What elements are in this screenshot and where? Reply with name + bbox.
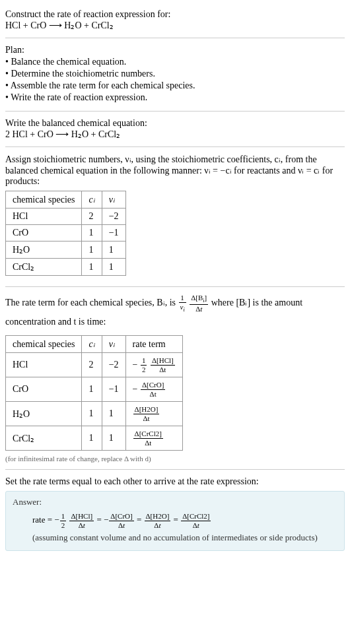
divider bbox=[5, 286, 345, 287]
cell-v: 1 bbox=[102, 259, 125, 276]
cell-species: CrCl₂ bbox=[6, 426, 82, 451]
coef-frac: 12 bbox=[141, 357, 147, 373]
cell-c: 1 bbox=[82, 377, 102, 402]
cell-species: CrO bbox=[6, 225, 82, 242]
plan-item: • Balance the chemical equation. bbox=[5, 57, 345, 67]
col-rate: rate term bbox=[125, 336, 182, 353]
rateterm-table: chemical species cᵢ νᵢ rate term HCl 2 −… bbox=[5, 335, 183, 451]
coef-frac: 12 bbox=[60, 513, 67, 529]
stoich-intro: Assign stoichiometric numbers, νᵢ, using… bbox=[5, 154, 345, 187]
rateterm-note: (for infinitesimal rate of change, repla… bbox=[5, 455, 345, 463]
cell-rate: − Δ[CrO]Δt bbox=[125, 377, 182, 402]
balanced-title: Write the balanced chemical equation: bbox=[5, 118, 345, 129]
rateterm-intro: The rate term for each chemical species,… bbox=[5, 294, 345, 331]
rate-prefix: rate = bbox=[32, 515, 54, 525]
cell-c: 1 bbox=[82, 225, 102, 242]
final-intro: Set the rate terms equal to each other t… bbox=[5, 476, 345, 487]
table-header-row: chemical species cᵢ νᵢ rate term bbox=[6, 336, 183, 353]
divider bbox=[5, 38, 345, 38]
rate-frac: Δ[CrO]Δt bbox=[141, 381, 165, 398]
answer-box: Answer: rate = −12 Δ[HCl]Δt = −Δ[CrO]Δt … bbox=[5, 491, 345, 551]
rate-frac: Δ[HCl]Δt bbox=[69, 513, 94, 529]
cell-v: −1 bbox=[102, 377, 125, 402]
answer-label: Answer: bbox=[13, 497, 337, 507]
table-header-row: chemical species cᵢ νᵢ bbox=[6, 191, 126, 209]
cell-c: 2 bbox=[82, 353, 102, 377]
rate-expression: rate = −12 Δ[HCl]Δt = −Δ[CrO]Δt = Δ[H2O]… bbox=[13, 511, 337, 529]
table-row: HCl2−2 bbox=[6, 209, 126, 225]
plan-item-text: Balance the chemical equation. bbox=[11, 57, 126, 67]
plan-item-text: Assemble the rate term for each chemical… bbox=[11, 80, 195, 90]
plan-section: Plan: • Balance the chemical equation. •… bbox=[5, 41, 345, 108]
rate-frac: Δ[CrCl2]Δt bbox=[181, 513, 211, 529]
divider bbox=[5, 146, 345, 147]
stoich-section: Assign stoichiometric numbers, νᵢ, using… bbox=[5, 150, 345, 284]
balanced-equation: 2 HCl + CrO ⟶ H₂O + CrCl₂ bbox=[5, 129, 345, 140]
cell-v: −2 bbox=[102, 353, 125, 377]
col-ci-text: cᵢ bbox=[88, 339, 94, 349]
rateterm-section: The rate term for each chemical species,… bbox=[5, 290, 345, 467]
plan-title: Plan: bbox=[5, 45, 345, 55]
rateterm-intro-pre: The rate term for each chemical species,… bbox=[5, 298, 178, 307]
divider bbox=[5, 469, 345, 470]
cell-c: 2 bbox=[82, 209, 102, 225]
cell-v: 1 bbox=[102, 242, 125, 259]
cell-species: CrCl₂ bbox=[6, 259, 82, 276]
table-row: CrO1−1 bbox=[6, 225, 126, 242]
cell-v: −1 bbox=[102, 225, 125, 242]
plan-item: • Determine the stoichiometric numbers. bbox=[5, 69, 345, 79]
cell-species: H₂O bbox=[6, 242, 82, 259]
cell-species: H₂O bbox=[6, 402, 82, 426]
cell-c: 1 bbox=[82, 259, 102, 276]
cell-species: CrO bbox=[6, 377, 82, 402]
table-row: CrO 1 −1 − Δ[CrO]Δt bbox=[6, 377, 183, 402]
table-row: HCl 2 −2 − 12 Δ[HCl]Δt bbox=[6, 353, 183, 377]
cell-v: −2 bbox=[102, 209, 125, 225]
divider bbox=[5, 111, 345, 112]
prompt-text: Construct the rate of reaction expressio… bbox=[5, 9, 345, 20]
col-nui-text: νᵢ bbox=[109, 195, 115, 205]
col-species: chemical species bbox=[6, 191, 82, 209]
cell-v: 1 bbox=[102, 426, 125, 451]
frac-dbi-dt: Δ[Bi]Δt bbox=[190, 294, 208, 313]
col-ci: cᵢ bbox=[82, 336, 102, 353]
stoich-table: chemical species cᵢ νᵢ HCl2−2 CrO1−1 H₂O… bbox=[5, 191, 126, 276]
rate-frac: Δ[CrO]Δt bbox=[109, 513, 133, 529]
rate-frac: Δ[H2O]Δt bbox=[145, 513, 171, 529]
unbalanced-equation: HCl + CrO ⟶ H₂O + CrCl₂ bbox=[5, 20, 345, 31]
col-ci-text: cᵢ bbox=[88, 195, 94, 205]
plan-item: • Assemble the rate term for each chemic… bbox=[5, 80, 345, 91]
plan-item: • Write the rate of reaction expression. bbox=[5, 92, 345, 103]
table-row: H₂O 1 1 Δ[H2O]Δt bbox=[6, 402, 183, 426]
frac-one-over-nu: 1νi bbox=[179, 294, 186, 313]
assumption-note: (assuming constant volume and no accumul… bbox=[13, 531, 337, 545]
col-nui-text: νᵢ bbox=[109, 339, 115, 349]
problem-header: Construct the rate of reaction expressio… bbox=[5, 5, 345, 35]
final-section: Set the rate terms equal to each other t… bbox=[5, 472, 345, 555]
neg-sign: − bbox=[133, 360, 138, 370]
cell-c: 1 bbox=[82, 242, 102, 259]
table-row: H₂O11 bbox=[6, 242, 126, 259]
col-nui: νᵢ bbox=[102, 336, 125, 353]
cell-rate: Δ[H2O]Δt bbox=[125, 402, 182, 426]
rate-frac: Δ[HCl]Δt bbox=[151, 357, 175, 373]
cell-rate: − 12 Δ[HCl]Δt bbox=[125, 353, 182, 377]
col-species: chemical species bbox=[6, 336, 82, 353]
cell-species: HCl bbox=[6, 353, 82, 377]
cell-species: HCl bbox=[6, 209, 82, 225]
cell-c: 1 bbox=[82, 426, 102, 451]
table-row: CrCl₂ 1 1 Δ[CrCl2]Δt bbox=[6, 426, 183, 451]
rate-frac: Δ[H2O]Δt bbox=[133, 406, 160, 422]
col-ci: cᵢ bbox=[82, 191, 102, 209]
plan-item-text: Write the rate of reaction expression. bbox=[11, 92, 147, 102]
balanced-section: Write the balanced chemical equation: 2 … bbox=[5, 114, 345, 144]
cell-rate: Δ[CrCl2]Δt bbox=[125, 426, 182, 451]
cell-c: 1 bbox=[82, 402, 102, 426]
plan-item-text: Determine the stoichiometric numbers. bbox=[11, 69, 155, 79]
neg-sign: − bbox=[133, 384, 138, 394]
col-nui: νᵢ bbox=[102, 191, 125, 209]
table-row: CrCl₂11 bbox=[6, 259, 126, 276]
rate-frac: Δ[CrCl2]Δt bbox=[133, 430, 163, 447]
cell-v: 1 bbox=[102, 402, 125, 426]
